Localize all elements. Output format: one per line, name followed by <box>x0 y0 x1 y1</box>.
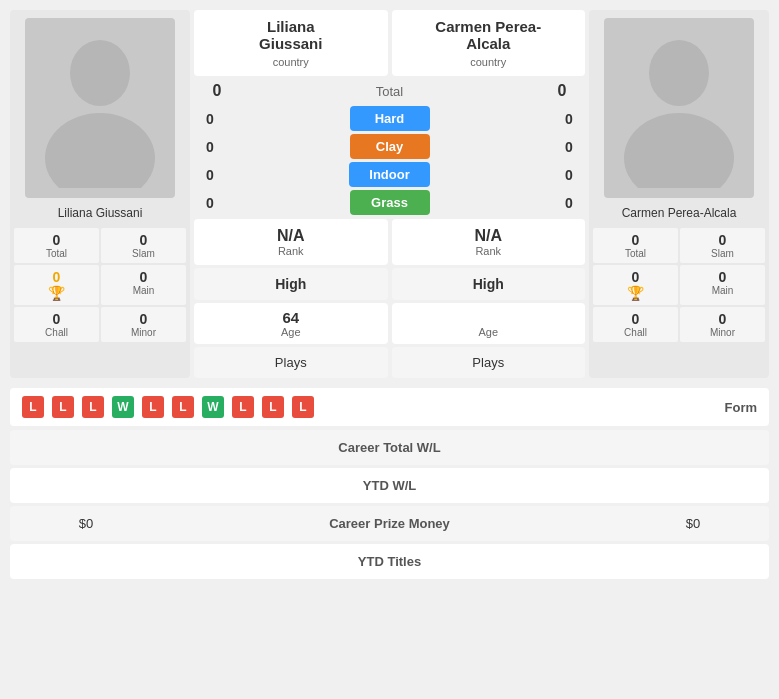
right-player-card: Carmen Perea-Alcala 0 Total 0 Slam 0 🏆 <box>589 10 769 378</box>
left-mast-label: 🏆 <box>16 285 97 301</box>
right-main-label: Main <box>682 285 763 296</box>
career-total-row: Career Total W/L <box>10 430 769 465</box>
form-badge-7: W <box>202 396 224 418</box>
form-badge-3: L <box>82 396 104 418</box>
grass-button[interactable]: Grass <box>350 190 430 215</box>
left-player-card: Liliana Giussani 0 Total 0 Slam 0 🏆 <box>10 10 190 378</box>
right-main-cell: 0 Main <box>680 265 765 305</box>
right-plays-panel: Plays <box>392 347 586 378</box>
right-rank-label: Rank <box>400 245 578 257</box>
left-mast-cell: 0 🏆 <box>14 265 99 305</box>
left-age-panel: 64 Age <box>194 303 388 344</box>
svg-point-2 <box>649 40 709 106</box>
hard-score-left: 0 <box>198 111 222 127</box>
right-rank-section: N/A Rank High Age Plays <box>392 219 586 378</box>
right-total-cell: 0 Total <box>593 228 678 263</box>
right-rank-value: N/A <box>400 227 578 245</box>
right-minor-value: 0 <box>682 311 763 327</box>
form-badge-2: L <box>52 396 74 418</box>
right-player-stats: 0 Total 0 Slam 0 🏆 0 Main <box>593 228 765 342</box>
ytd-wl-row: YTD W/L <box>10 468 769 503</box>
comparison-section: Liliana Giussani 0 Total 0 Slam 0 🏆 <box>0 0 779 388</box>
ytd-titles-row: YTD Titles <box>10 544 769 579</box>
left-main-label: Main <box>103 285 184 296</box>
left-minor-label: Minor <box>103 327 184 338</box>
career-prize-left-value: $0 <box>26 516 146 531</box>
clay-row: 0 Clay 0 <box>194 134 585 159</box>
left-slam-value: 0 <box>103 232 184 248</box>
left-plays-panel: Plays <box>194 347 388 378</box>
center-bottom-row: N/A Rank High 64 Age Plays N/A Rank <box>194 219 585 378</box>
ytd-wl-label: YTD W/L <box>146 478 633 493</box>
hard-button[interactable]: Hard <box>350 106 430 131</box>
right-minor-cell: 0 Minor <box>680 307 765 342</box>
form-badge-8: L <box>232 396 254 418</box>
left-country: country <box>204 56 378 68</box>
left-chall-cell: 0 Chall <box>14 307 99 342</box>
hard-row: 0 Hard 0 <box>194 106 585 131</box>
right-mast-value: 0 <box>595 269 676 285</box>
right-total-label: Total <box>595 248 676 259</box>
grass-score-left: 0 <box>198 195 222 211</box>
right-age-panel: Age <box>392 303 586 344</box>
surfaces-section: 0 Hard 0 0 Clay 0 0 Indoor 0 <box>194 106 585 215</box>
grass-row: 0 Grass 0 <box>194 190 585 215</box>
indoor-score-right: 0 <box>557 167 581 183</box>
indoor-row: 0 Indoor 0 <box>194 162 585 187</box>
left-main-value: 0 <box>103 269 184 285</box>
total-score-left: 0 <box>202 82 232 100</box>
indoor-button[interactable]: Indoor <box>349 162 429 187</box>
career-prize-right-value: $0 <box>633 516 753 531</box>
hard-score-right: 0 <box>557 111 581 127</box>
left-chall-label: Chall <box>16 327 97 338</box>
clay-score-right: 0 <box>557 139 581 155</box>
right-mast-cell: 0 🏆 <box>593 265 678 305</box>
right-slam-cell: 0 Slam <box>680 228 765 263</box>
left-total-value: 0 <box>16 232 97 248</box>
main-container: Liliana Giussani 0 Total 0 Slam 0 🏆 <box>0 0 779 579</box>
left-age-value: 64 <box>200 309 382 326</box>
career-total-label: Career Total W/L <box>146 440 633 455</box>
right-total-value: 0 <box>595 232 676 248</box>
right-chall-label: Chall <box>595 327 676 338</box>
left-minor-cell: 0 Minor <box>101 307 186 342</box>
svg-point-0 <box>70 40 130 106</box>
left-total-cell: 0 Total <box>14 228 99 263</box>
form-badge-1: L <box>22 396 44 418</box>
right-country: country <box>402 56 576 68</box>
form-section: L L L W L L W L L L Form <box>10 388 769 426</box>
left-total-label: Total <box>16 248 97 259</box>
total-score-right: 0 <box>547 82 577 100</box>
right-slam-value: 0 <box>682 232 763 248</box>
left-minor-value: 0 <box>103 311 184 327</box>
left-mast-value: 0 <box>16 269 97 285</box>
left-name-box: Liliana Giussani country <box>194 10 388 76</box>
right-high-panel: High <box>392 268 586 300</box>
left-slam-cell: 0 Slam <box>101 228 186 263</box>
left-main-cell: 0 Main <box>101 265 186 305</box>
clay-button[interactable]: Clay <box>350 134 430 159</box>
left-chall-value: 0 <box>16 311 97 327</box>
center-panel: Liliana Giussani country Carmen Perea- A… <box>194 10 585 378</box>
right-minor-label: Minor <box>682 327 763 338</box>
career-prize-label: Career Prize Money <box>146 516 633 531</box>
form-badge-5: L <box>142 396 164 418</box>
form-badge-9: L <box>262 396 284 418</box>
right-slam-label: Slam <box>682 248 763 259</box>
total-score-row: 0 Total 0 <box>194 80 585 102</box>
right-main-value: 0 <box>682 269 763 285</box>
svg-point-3 <box>624 113 734 188</box>
left-player-stats: 0 Total 0 Slam 0 🏆 0 Main <box>14 228 186 342</box>
ytd-titles-label: YTD Titles <box>146 554 633 569</box>
right-age-label: Age <box>398 326 580 338</box>
left-player-avatar <box>25 18 175 198</box>
left-age-label: Age <box>200 326 382 338</box>
left-high-panel: High <box>194 268 388 300</box>
right-player-name: Carmen Perea-Alcala <box>622 206 737 220</box>
form-label: Form <box>725 400 758 415</box>
right-player-avatar <box>604 18 754 198</box>
left-rank-label: Rank <box>202 245 380 257</box>
svg-point-1 <box>45 113 155 188</box>
right-name-box: Carmen Perea- Alcala country <box>392 10 586 76</box>
clay-score-left: 0 <box>198 139 222 155</box>
